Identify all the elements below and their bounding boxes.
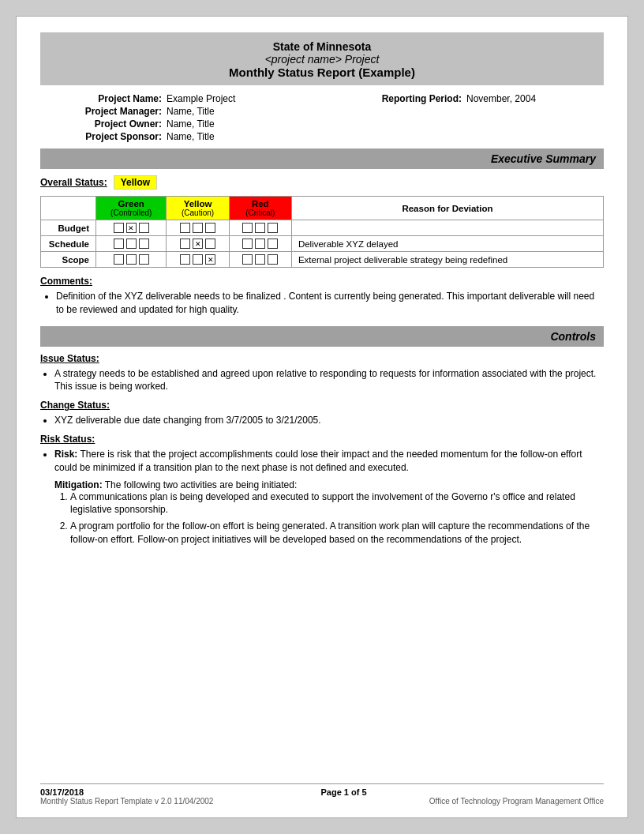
mitigation-list: A communications plan is being developed…	[70, 490, 604, 547]
overall-status-label: Overall Status:	[40, 177, 107, 188]
page-footer: 03/17/2018 Page 1 of 5 Monthly Status Re…	[40, 783, 604, 806]
project-name-value: Example Project	[167, 93, 340, 104]
comments-list: Definition of the XYZ deliverable needs …	[56, 290, 604, 317]
project-manager-label: Project Manager:	[40, 106, 167, 117]
issue-status-label: Issue Status:	[40, 353, 604, 364]
checkbox	[193, 223, 203, 233]
checkbox	[114, 254, 124, 265]
checkbox	[205, 223, 215, 233]
table-row: Budget	[41, 220, 604, 236]
green-checkboxes	[96, 220, 167, 236]
project-owner-value: Name, Title	[167, 118, 340, 130]
footer-top: 03/17/2018 Page 1 of 5	[40, 787, 604, 797]
project-name-label: Project Name:	[40, 93, 167, 104]
footer-bottom: Monthly Status Report Template v 2.0 11/…	[40, 797, 604, 806]
mitigation-block: Mitigation: The following two activities…	[54, 479, 604, 547]
table-row: ScopeExternal project deliverable strate…	[41, 252, 604, 268]
checkbox	[268, 223, 278, 233]
change-list: XYZ deliverable due date changing from 3…	[54, 414, 604, 427]
green-header: Green (Controlled)	[96, 197, 167, 220]
risk-item: Risk: There is risk that the project acc…	[54, 448, 604, 475]
table-row: ScheduleDeliverable XYZ delayed	[41, 236, 604, 252]
page-header: State of Minnesota <project name> Projec…	[40, 32, 604, 85]
controls-section: Issue Status: A strategy needs to be est…	[40, 353, 604, 547]
checkbox	[126, 239, 137, 249]
status-table: Green (Controlled) Yellow (Caution) Red …	[40, 196, 604, 268]
mitigation-intro: The following two activities are being i…	[105, 479, 297, 490]
checkbox	[139, 254, 149, 265]
row-label: Budget	[41, 220, 96, 236]
checkbox	[268, 254, 278, 265]
project-sponsor-value: Name, Title	[167, 131, 340, 142]
checkbox	[180, 254, 190, 265]
checkbox	[126, 254, 137, 265]
project-info: Project Name: Example Project Reporting …	[40, 93, 604, 142]
green-checkboxes	[96, 252, 167, 268]
checkbox	[180, 223, 190, 233]
checkbox	[255, 223, 265, 233]
row-label: Scope	[41, 252, 96, 268]
reporting-period-value: November, 2004	[466, 93, 604, 104]
risk-status-label: Risk Status:	[40, 434, 604, 445]
checkbox	[126, 223, 137, 233]
executive-summary-header: Executive Summary	[40, 148, 604, 169]
checkbox	[255, 254, 265, 265]
project-sponsor-label: Project Sponsor:	[40, 131, 167, 142]
reason-header: Reason for Deviation	[291, 197, 603, 220]
reporting-period-label: Reporting Period:	[340, 93, 466, 104]
checkbox	[139, 239, 149, 249]
yellow-checkboxes	[167, 220, 229, 236]
green-checkboxes	[96, 236, 167, 252]
footer-template-info: Monthly Status Report Template v 2.0 11/…	[40, 797, 213, 806]
checkbox	[193, 239, 203, 249]
issue-item: A strategy needs to be established and a…	[54, 367, 604, 394]
checkbox	[180, 239, 190, 249]
red-checkboxes	[229, 220, 291, 236]
footer-office: Office of Technology Program Management …	[429, 797, 604, 806]
mitigation-item: A program portfolio for the follow-on ef…	[70, 520, 604, 547]
checkbox	[205, 254, 215, 265]
checkbox	[193, 254, 203, 265]
risk-list: Risk: There is risk that the project acc…	[54, 448, 604, 475]
checkbox	[255, 239, 265, 249]
issue-list: A strategy needs to be established and a…	[54, 367, 604, 394]
comments-label: Comments:	[40, 276, 604, 287]
checkbox	[242, 239, 253, 249]
comments-section: Comments: Definition of the XYZ delivera…	[40, 276, 604, 317]
red-header: Red (Critical)	[229, 197, 291, 220]
header-line3: Monthly Status Report (Example)	[47, 66, 597, 79]
comments-item: Definition of the XYZ deliverable needs …	[56, 290, 604, 317]
reason-cell	[291, 220, 603, 236]
checkbox	[114, 223, 124, 233]
checkbox	[139, 223, 149, 233]
project-manager-value: Name, Title	[167, 106, 340, 117]
row-label: Schedule	[41, 236, 96, 252]
header-line1: State of Minnesota	[47, 40, 597, 53]
checkbox	[205, 239, 215, 249]
change-item: XYZ deliverable due date changing from 3…	[54, 414, 604, 427]
mitigation-label: Mitigation:	[54, 479, 103, 490]
reason-cell: External project deliverable strategy be…	[291, 252, 603, 268]
checkbox	[114, 239, 124, 249]
project-owner-label: Project Owner:	[40, 118, 167, 130]
yellow-header: Yellow (Caution)	[167, 197, 229, 220]
red-checkboxes	[229, 252, 291, 268]
footer-date: 03/17/2018	[40, 787, 84, 797]
header-line2: <project name> Project	[47, 53, 597, 66]
risk-bold-label: Risk:	[54, 449, 77, 460]
checkbox	[268, 239, 278, 249]
overall-status-value: Yellow	[114, 175, 157, 190]
risk-text: There is risk that the project accomplis…	[54, 449, 582, 473]
footer-page: Page 1 of 5	[320, 787, 366, 797]
page: State of Minnesota <project name> Projec…	[16, 16, 628, 818]
checkbox	[242, 223, 253, 233]
controls-header: Controls	[40, 326, 604, 347]
checkbox	[242, 254, 253, 265]
mitigation-item: A communications plan is being developed…	[70, 490, 604, 517]
overall-status: Overall Status: Yellow	[40, 175, 604, 190]
yellow-checkboxes	[167, 252, 229, 268]
reason-cell: Deliverable XYZ delayed	[291, 236, 603, 252]
yellow-checkboxes	[167, 236, 229, 252]
change-status-label: Change Status:	[40, 400, 604, 411]
red-checkboxes	[229, 236, 291, 252]
